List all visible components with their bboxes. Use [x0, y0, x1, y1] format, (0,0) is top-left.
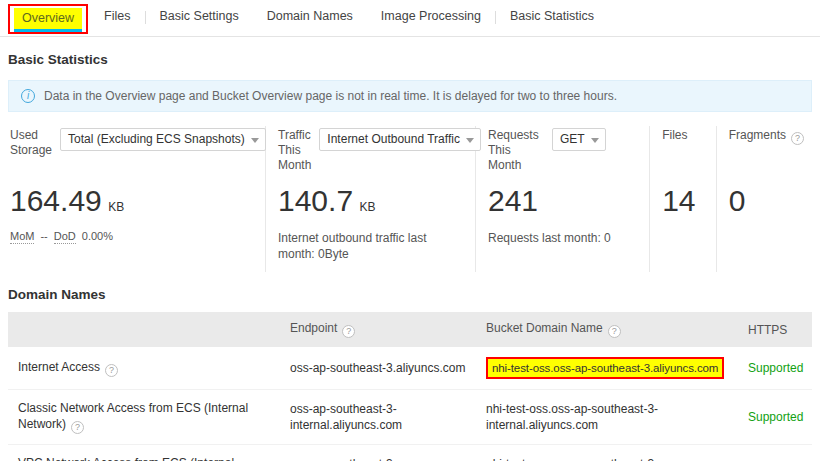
help-icon[interactable] — [71, 421, 84, 434]
info-icon — [21, 89, 35, 103]
table-row: Internet Access oss-ap-southeast-3.aliyu… — [8, 347, 812, 390]
header-https: HTTPS — [738, 312, 812, 347]
table-header-row: Endpoint Bucket Domain Name HTTPS — [8, 312, 812, 347]
used-storage-select[interactable]: Total (Excluding ECS Snapshots) — [60, 128, 266, 151]
requests-last-month-note: Requests last month: 0 — [488, 230, 641, 246]
help-icon[interactable] — [342, 325, 355, 338]
bucket-domain-cell: nhi-test-oss.oss-ap-southeast-3-internal… — [476, 390, 738, 445]
requests-value: 241 — [488, 184, 641, 218]
traffic-last-month-note: Internet outbound traffic last month: 0B… — [278, 230, 466, 262]
bucket-domain-cell: nhi-test-oss.oss-ap-southeast-3-internal… — [476, 445, 738, 461]
header-access — [8, 312, 280, 347]
endpoint-cell: oss-ap-southeast-3.aliyuncs.com — [280, 347, 476, 390]
tab-bar: Overview Files Basic Settings Domain Nam… — [0, 0, 820, 37]
endpoint-cell: oss-ap-southeast-3-internal.aliyuncs.com — [280, 390, 476, 445]
dod-value: 0.00% — [82, 230, 113, 242]
bucket-domain-cell: nhi-test-oss.oss-ap-southeast-3.aliyuncs… — [476, 347, 738, 390]
fragments-value: 0 — [729, 184, 804, 218]
help-icon[interactable] — [105, 364, 118, 377]
traffic-select-value: Internet Outbound Traffic — [327, 132, 460, 146]
used-storage-number: 164.49 — [10, 184, 102, 217]
files-value: 14 — [662, 184, 707, 218]
used-storage-mom-dod: MoM -- DoD 0.00% — [10, 230, 257, 244]
access-type-cell: Internet Access — [8, 347, 280, 390]
https-status: Supported — [748, 410, 803, 424]
table-row: Classic Network Access from ECS (Interna… — [8, 390, 812, 445]
https-cell: Supported — [738, 445, 812, 461]
domain-names-title: Domain Names — [8, 287, 812, 302]
traffic-unit: KB — [360, 200, 376, 214]
basic-statistics-title: Basic Statistics — [8, 52, 812, 67]
tab-image-processing[interactable]: Image Processing — [367, 9, 495, 36]
chevron-down-icon — [251, 138, 259, 143]
oss-bucket-overview-page: Overview Files Basic Settings Domain Nam… — [0, 0, 820, 461]
mom-label[interactable]: MoM — [10, 230, 34, 244]
header-endpoint: Endpoint — [280, 312, 476, 347]
traffic-select[interactable]: Internet Outbound Traffic — [319, 128, 481, 151]
panel-requests-this-month: Requests This Month GET 241 Requests las… — [476, 126, 650, 272]
help-icon[interactable] — [608, 325, 621, 338]
fragments-number: 0 — [729, 184, 746, 217]
endpoint-cell: oss-ap-southeast-3-internal.aliyuncs.com — [280, 445, 476, 461]
access-type-label: Classic Network Access from ECS (Interna… — [18, 401, 248, 431]
delay-notice-text: Data in the Overview page and Bucket Ove… — [44, 89, 617, 103]
fragments-label-text: Fragments — [729, 128, 786, 142]
traffic-number: 140.7 — [278, 184, 353, 217]
mom-value: -- — [40, 230, 47, 242]
fragments-label: Fragments — [729, 128, 804, 180]
help-icon[interactable] — [791, 132, 804, 145]
requests-select[interactable]: GET — [552, 128, 606, 151]
tab-domain-names[interactable]: Domain Names — [253, 9, 367, 36]
access-type-label: Internet Access — [18, 360, 100, 374]
header-bucket-domain-label: Bucket Domain Name — [486, 321, 603, 335]
annotation-overview-box: Overview — [8, 4, 88, 34]
access-type-cell: VPC Network Access from ECS (Internal Ne… — [8, 445, 280, 461]
requests-select-value: GET — [560, 132, 585, 146]
tab-overview[interactable]: Overview — [10, 6, 86, 32]
domain-names-table: Endpoint Bucket Domain Name HTTPS Intern… — [8, 312, 812, 461]
requests-number: 241 — [488, 184, 538, 217]
tab-files[interactable]: Files — [90, 9, 144, 36]
used-storage-value: 164.49 KB — [10, 184, 257, 218]
tab-overview-label: Overview — [14, 8, 82, 32]
dod-label[interactable]: DoD — [54, 230, 76, 244]
panel-files: Files 14 — [650, 126, 716, 272]
annotation-bucket-domain-highlight: nhi-test-oss.oss-ap-southeast-3.aliyuncs… — [486, 357, 724, 379]
https-cell: Supported — [738, 390, 812, 445]
panel-traffic-this-month: Traffic This Month Internet Outbound Tra… — [266, 126, 476, 272]
panel-fragments: Fragments 0 — [717, 126, 812, 272]
used-storage-select-value: Total (Excluding ECS Snapshots) — [68, 132, 245, 146]
chevron-down-icon — [466, 138, 474, 143]
tab-basic-statistics[interactable]: Basic Statistics — [496, 9, 608, 36]
stats-row: Used Storage Total (Excluding ECS Snapsh… — [8, 126, 812, 272]
tab-basic-settings[interactable]: Basic Settings — [146, 9, 253, 36]
access-type-cell: Classic Network Access from ECS (Interna… — [8, 390, 280, 445]
table-row: VPC Network Access from ECS (Internal Ne… — [8, 445, 812, 461]
https-status: Supported — [748, 361, 803, 375]
used-storage-label: Used Storage — [10, 128, 52, 180]
https-cell: Supported — [738, 347, 812, 390]
header-bucket-domain: Bucket Domain Name — [476, 312, 738, 347]
requests-label: Requests This Month — [488, 128, 544, 180]
used-storage-unit: KB — [108, 200, 124, 214]
panel-used-storage: Used Storage Total (Excluding ECS Snapsh… — [8, 126, 266, 272]
delay-notice-banner: Data in the Overview page and Bucket Ove… — [8, 80, 812, 112]
header-endpoint-label: Endpoint — [290, 321, 337, 335]
traffic-label: Traffic This Month — [278, 128, 311, 180]
access-type-label: VPC Network Access from ECS (Internal Ne… — [18, 456, 234, 461]
traffic-value: 140.7 KB — [278, 184, 467, 218]
chevron-down-icon — [591, 138, 599, 143]
files-number: 14 — [662, 184, 695, 217]
files-label: Files — [662, 128, 687, 180]
